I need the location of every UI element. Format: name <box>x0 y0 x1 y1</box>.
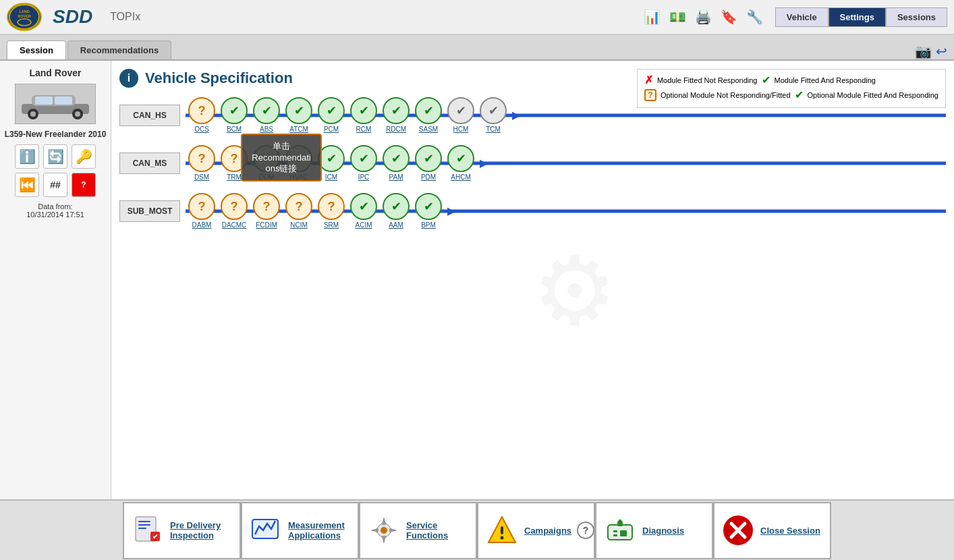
module-PDM[interactable]: ✔ PDM <box>415 145 442 181</box>
module-label-TRM[interactable]: TRM <box>227 173 242 181</box>
module-label-DSM[interactable]: DSM <box>194 173 209 181</box>
module-label-SASM[interactable]: SASM <box>419 125 438 133</box>
refresh-icon-btn[interactable]: 🔄 <box>43 144 67 169</box>
pre-delivery-btn[interactable]: ✔ Pre Delivery Inspection <box>123 502 241 559</box>
module-DACMC[interactable]: ? DACMC <box>221 193 248 229</box>
tab-icon-back[interactable]: ↩ <box>936 43 947 59</box>
pre-delivery-label: Pre Delivery Inspection <box>170 520 233 540</box>
module-SRM[interactable]: ? SRM <box>318 193 345 229</box>
module-label-PDM[interactable]: PDM <box>421 173 436 181</box>
module-label-ACIM[interactable]: ACIM <box>356 221 372 229</box>
module-label-SRM[interactable]: SRM <box>324 221 339 229</box>
module-ABS[interactable]: ✔ ABS <box>253 97 280 133</box>
hash-icon-btn[interactable]: ## <box>43 173 67 197</box>
svg-point-9 <box>30 111 36 117</box>
campaigns-btn[interactable]: ! Campaigns ? <box>477 502 595 559</box>
module-label-HCM[interactable]: HCM <box>453 125 469 133</box>
module-label-RCM[interactable]: RCM <box>356 125 372 133</box>
topix-logo: TOPIx <box>110 11 140 23</box>
module-icon-RDCM: ✔ <box>383 97 410 124</box>
tab-icons: 📷 ↩ <box>915 43 947 59</box>
info-icon-btn[interactable]: ℹ️ <box>15 144 39 169</box>
module-icon-SRM: ? <box>318 193 345 220</box>
nav-sessions[interactable]: Sessions <box>886 7 947 27</box>
nav-vehicle[interactable]: Vehicle <box>775 7 829 27</box>
module-BPM[interactable]: ✔ BPM <box>415 193 442 229</box>
svg-rect-6 <box>35 96 53 105</box>
main-area: Land Rover L359-New Freelander 2010 ℹ️ 🔄… <box>0 61 954 499</box>
legend-check-icon-1: ✔ <box>762 74 770 86</box>
module-label-DABM[interactable]: DABM <box>192 221 212 229</box>
module-ATCM[interactable]: ✔ ATCM <box>285 97 312 133</box>
module-ICM[interactable]: ✔ ICM <box>318 145 345 181</box>
module-AHCM[interactable]: ✔ AHCM <box>447 145 474 181</box>
module-label-PCM[interactable]: PCM <box>324 125 339 133</box>
module-AAM[interactable]: ✔ AAM <box>383 193 410 229</box>
module-NCIM[interactable]: ? NCIM <box>285 193 312 229</box>
rewind-icon-btn[interactable]: ⏮️ <box>15 173 39 197</box>
header-icon-chart[interactable]: 📊 <box>640 5 665 29</box>
module-icon-HCM: ✔ <box>447 97 474 124</box>
module-label-ICM[interactable]: ICM <box>325 173 337 181</box>
module-icon-DSM: ? <box>188 145 215 172</box>
svg-text:!: ! <box>501 532 503 540</box>
module-TCM[interactable]: ✔ TCM <box>480 97 507 133</box>
header-icon-tool[interactable]: 🔧 <box>743 5 767 29</box>
module-label-ATCM[interactable]: ATCM <box>289 125 308 133</box>
pre-delivery-icon: ✔ <box>131 513 165 547</box>
module-SASM[interactable]: ✔ SASM <box>415 97 442 133</box>
module-PCM[interactable]: ✔ PCM <box>318 97 345 133</box>
module-label-TCM[interactable]: TCM <box>486 125 501 133</box>
header-icon-print[interactable]: 🖨️ <box>692 5 716 29</box>
module-label-OCS[interactable]: OCS <box>194 125 209 133</box>
module-label-BCM[interactable]: BCM <box>227 125 242 133</box>
module-label-AHCM[interactable]: AHCM <box>451 173 470 181</box>
fault-icon-btn[interactable]: ? <box>72 173 96 197</box>
module-label-DACMC[interactable]: DACMC <box>222 221 247 229</box>
module-DSM[interactable]: ? DSM <box>188 145 215 181</box>
header-icon-money[interactable]: 💵 <box>666 5 690 29</box>
svg-rect-29 <box>613 534 617 536</box>
tab-recommendations[interactable]: Recommendations <box>67 40 171 59</box>
module-label-NCIM[interactable]: NCIM <box>290 221 308 229</box>
module-icon-AAM: ✔ <box>383 193 410 220</box>
bus-row-can-hs: CAN_HS ? OCS ✔ <box>119 97 946 133</box>
module-label-ABS[interactable]: ABS <box>260 125 273 133</box>
module-label-FCDIM[interactable]: FCDIM <box>256 221 277 229</box>
module-label-IPC[interactable]: IPC <box>358 173 370 181</box>
diagnosis-btn[interactable]: Diagnosis <box>595 502 713 559</box>
module-icon-TCM: ✔ <box>480 97 507 124</box>
tooltip-line1: 单击 <box>250 140 312 152</box>
module-DABM[interactable]: ? DABM <box>188 193 215 229</box>
module-BCM[interactable]: ✔ BCM <box>221 97 248 133</box>
nav-settings[interactable]: Settings <box>829 7 886 27</box>
measurement-btn[interactable]: Measurement Applications <box>241 502 359 559</box>
header-icon-bookmark[interactable]: 🔖 <box>717 5 741 29</box>
close-session-btn[interactable]: Close Session <box>713 502 831 559</box>
bus-arrow-most: ▶ <box>445 204 458 218</box>
bus-line-sub-most: ? DABM ? DACMC ? <box>186 193 946 229</box>
service-btn[interactable]: Service Functions <box>359 502 477 559</box>
module-PAM[interactable]: ✔ PAM <box>383 145 410 181</box>
module-label-RDCM[interactable]: RDCM <box>386 125 406 133</box>
key-icon-btn[interactable]: 🔑 <box>72 144 96 169</box>
module-FCDIM[interactable]: ? FCDIM <box>253 193 280 229</box>
module-HCM[interactable]: ✔ HCM <box>447 97 474 133</box>
module-label-BPM[interactable]: BPM <box>421 221 436 229</box>
module-label-PAM[interactable]: PAM <box>389 173 403 181</box>
module-RCM[interactable]: ✔ RCM <box>350 97 377 133</box>
module-IPC[interactable]: ✔ IPC <box>350 145 377 181</box>
svg-rect-13 <box>138 521 150 522</box>
service-label: Service Functions <box>406 520 469 540</box>
module-icon-ABS: ✔ <box>253 97 280 124</box>
bus-row-sub-most: SUB_MOST ? DABM ? <box>119 193 946 229</box>
tab-session[interactable]: Session <box>7 40 66 59</box>
module-RDCM[interactable]: ✔ RDCM <box>383 97 410 133</box>
bus-arrow-hs: ▶ <box>509 109 523 122</box>
module-OCS[interactable]: ? OCS <box>188 97 215 133</box>
module-label-AAM[interactable]: AAM <box>389 221 403 229</box>
land-rover-logo: LAND ROVER <box>7 3 42 31</box>
bottom-bar: ✔ Pre Delivery Inspection Measurement Ap… <box>0 499 954 560</box>
module-ACIM[interactable]: ✔ ACIM <box>350 193 377 229</box>
tab-icon-camera[interactable]: 📷 <box>915 43 932 59</box>
